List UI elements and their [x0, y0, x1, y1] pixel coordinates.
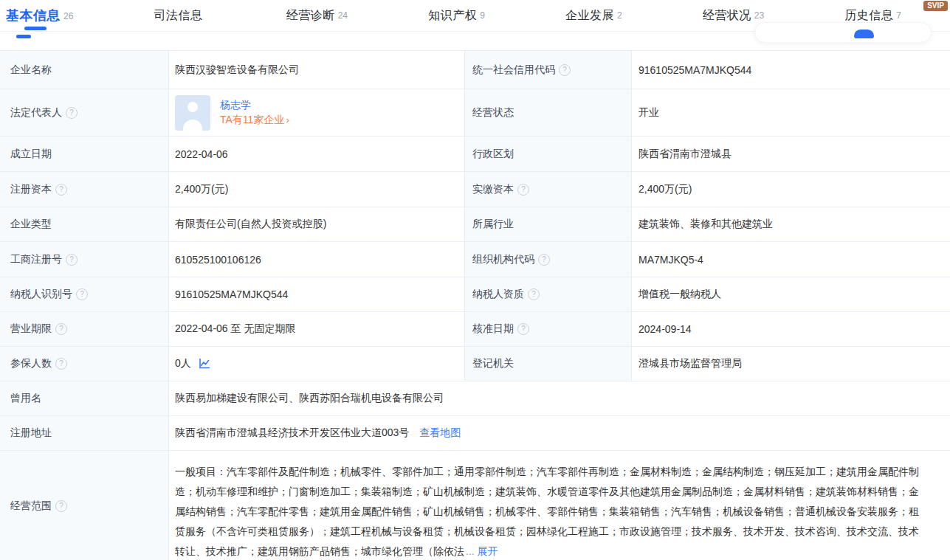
- companies-link-text: TA有11家企业: [220, 114, 284, 125]
- trend-chart-icon[interactable]: [199, 358, 210, 370]
- business-scope-text-wrap: 一般项目：汽车零部件及配件制造；机械零件、零部件加工；通用零部件制造；汽车零部件…: [175, 462, 919, 560]
- paidin-capital-value: 2,400万(元): [632, 172, 950, 207]
- taxpayer-id-label: 纳税人识别号?: [0, 277, 169, 311]
- person-avatar[interactable]: [175, 95, 210, 131]
- operating-status-label: 经营状态: [465, 89, 632, 136]
- legal-rep-companies-link[interactable]: TA有11家企业›: [220, 114, 289, 125]
- tab-business-diagnosis[interactable]: 经营诊断24: [286, 8, 348, 24]
- field-label-text: 企业类型: [10, 218, 52, 231]
- help-icon[interactable]: ?: [76, 288, 88, 300]
- field-label-text: 曾用名: [10, 392, 41, 405]
- avatar-torso-shape: [183, 120, 202, 131]
- registration-no-value: 610525100106126: [169, 242, 465, 277]
- credit-code-label: 统一社会信用代码?: [465, 51, 632, 89]
- table-row: 纳税人识别号? 91610525MA7MJKQ544 纳税人资质? 增值税一般纳…: [0, 277, 950, 312]
- paidin-capital-label: 实缴资本?: [465, 172, 632, 207]
- tab-basic-info[interactable]: 基本信息26: [6, 7, 73, 24]
- view-map-link[interactable]: 查看地图: [419, 426, 461, 440]
- field-value-text: 增值税一般纳税人: [639, 288, 721, 301]
- approval-date-value: 2024-09-14: [632, 312, 950, 346]
- tab-enterprise-development[interactable]: 企业发展2: [565, 8, 622, 24]
- help-icon[interactable]: ?: [517, 323, 529, 335]
- registration-authority-value: 澄城县市场监督管理局: [632, 347, 950, 381]
- table-row: 营业期限? 2022-04-06 至 无固定期限 核准日期? 2024-09-1…: [0, 312, 950, 347]
- help-icon[interactable]: ?: [55, 358, 67, 370]
- help-icon[interactable]: ?: [66, 254, 78, 266]
- company-type-label: 企业类型: [0, 207, 169, 241]
- business-term-value: 2022-04-06 至 无固定期限: [169, 312, 465, 346]
- company-name-label: 企业名称: [0, 51, 169, 89]
- registration-no-label: 工商注册号?: [0, 242, 169, 277]
- floating-button-icon[interactable]: [854, 30, 874, 38]
- field-value-text: 澄城县市场监督管理局: [639, 357, 742, 370]
- tab-intellectual-property[interactable]: 知识产权9: [428, 8, 485, 24]
- field-label-text: 成立日期: [10, 148, 52, 161]
- table-row: 企业类型 有限责任公司(自然人投资或控股) 所属行业 建筑装饰、装修和其他建筑业: [0, 207, 950, 242]
- ellipsis-text: ...: [466, 545, 475, 557]
- field-label-text: 纳税人识别号: [10, 288, 72, 301]
- active-tab-indicator: [16, 35, 31, 38]
- help-icon[interactable]: ?: [55, 323, 67, 335]
- basic-info-table: 企业名称 陕西汉骏智造设备有限公司 统一社会信用代码? 91610525MA7M…: [0, 50, 950, 560]
- credit-code-value: 91610525MA7MJKQ544: [632, 51, 950, 89]
- establish-date-label: 成立日期: [0, 136, 169, 171]
- table-row: 法定代表人? 杨志学 TA有11家企业› 经营状态 开业: [0, 89, 950, 136]
- field-value-text: MA7MJKQ5-4: [639, 254, 703, 266]
- field-value-text: 建筑装饰、装修和其他建筑业: [639, 218, 773, 231]
- table-row: 成立日期 2022-04-06 行政区划 陕西省渭南市澄城县: [0, 136, 950, 172]
- admin-division-label: 行政区划: [465, 136, 632, 171]
- help-icon[interactable]: ?: [517, 184, 529, 196]
- registration-authority-label: 登记机关: [465, 347, 632, 381]
- field-value-text: 91610525MA7MJKQ544: [175, 288, 288, 300]
- table-row: 经营范围? 一般项目：汽车零部件及配件制造；机械零件、零部件加工；通用零部件制造…: [0, 451, 950, 560]
- insured-count-value: 0人: [169, 347, 465, 381]
- company-name-value: 陕西汉骏智造设备有限公司: [169, 51, 465, 89]
- former-name-label: 曾用名: [0, 381, 169, 415]
- org-code-label: 组织机构代码?: [465, 242, 632, 277]
- field-value-text: 陕西省渭南市澄城县: [639, 148, 732, 161]
- industry-label: 所属行业: [465, 207, 632, 241]
- expand-link[interactable]: 展开: [478, 545, 498, 557]
- legal-rep-name-link[interactable]: 杨志学: [220, 99, 251, 111]
- help-icon[interactable]: ?: [559, 64, 571, 76]
- tab-history-info[interactable]: 历史信息7: [844, 8, 901, 24]
- field-label-text: 注册地址: [10, 426, 52, 440]
- help-icon[interactable]: ?: [55, 184, 67, 196]
- legal-rep-label: 法定代表人?: [0, 89, 169, 136]
- establish-date-value: 2022-04-06: [169, 136, 465, 171]
- help-icon[interactable]: ?: [66, 107, 78, 119]
- field-value-text: 陕西汉骏智造设备有限公司: [175, 63, 299, 77]
- taxpayer-id-value: 91610525MA7MJKQ544: [169, 277, 465, 311]
- field-label-text: 注册资本: [10, 183, 52, 196]
- tab-count: 9: [480, 10, 485, 21]
- field-label-text: 经营状态: [472, 106, 514, 120]
- table-row: 企业名称 陕西汉骏智造设备有限公司 统一社会信用代码? 91610525MA7M…: [0, 51, 950, 89]
- tab-label: 司法信息: [154, 9, 203, 21]
- help-icon[interactable]: ?: [55, 500, 67, 512]
- floating-toolbar[interactable]: [754, 22, 932, 43]
- chevron-right-icon: ›: [286, 114, 289, 125]
- help-icon[interactable]: ?: [528, 288, 540, 300]
- table-row: 注册地址 陕西省渭南市澄城县经济技术开发区伟业大道003号 查看地图: [0, 416, 950, 451]
- field-value-text: 开业: [639, 106, 659, 120]
- tab-count: 23: [754, 10, 764, 21]
- field-label-text: 营业期限: [10, 322, 52, 336]
- registered-address-label: 注册地址: [0, 416, 169, 450]
- tab-count: 24: [338, 10, 348, 21]
- field-label-text: 经营范围: [10, 499, 52, 513]
- field-label-text: 工商注册号: [10, 253, 62, 266]
- tab-operation-status[interactable]: 经营状况23: [703, 8, 764, 24]
- field-value-text: 陕西省渭南市澄城县经济技术开发区伟业大道003号: [175, 426, 409, 440]
- tab-judicial-info[interactable]: 司法信息: [154, 8, 206, 24]
- help-icon[interactable]: ?: [538, 254, 550, 266]
- tab-label: 历史信息: [844, 9, 893, 21]
- field-label-text: 法定代表人: [10, 106, 62, 120]
- approval-date-label: 核准日期?: [465, 312, 632, 346]
- field-value-text: 2022-04-06 至 无固定期限: [175, 322, 295, 336]
- field-value-text: 有限责任公司(自然人投资或控股): [175, 218, 326, 231]
- industry-value: 建筑装饰、装修和其他建筑业: [632, 207, 950, 241]
- tab-label: 知识产权: [428, 9, 477, 21]
- taxpayer-qualification-label: 纳税人资质?: [465, 277, 632, 311]
- tab-label: 经营状况: [703, 9, 751, 21]
- legal-rep-value: 杨志学 TA有11家企业›: [169, 89, 465, 136]
